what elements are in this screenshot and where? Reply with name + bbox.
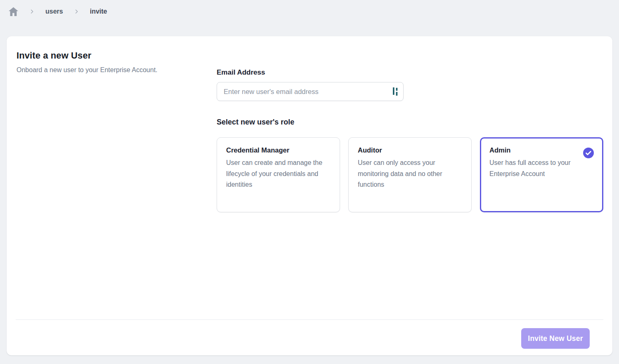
role-description: User can only access your monitoring dat… <box>358 157 462 190</box>
check-circle-icon <box>583 148 594 158</box>
invite-user-card: Invite a new User Onboard a new user to … <box>7 36 612 355</box>
breadcrumb-item-users[interactable]: users <box>45 8 63 15</box>
app-root: users invite Invite a new User Onboard a… <box>0 0 619 364</box>
role-option-admin[interactable]: Admin User has full access to your Enter… <box>480 137 603 212</box>
card-content: Invite a new User Onboard a new user to … <box>7 36 612 319</box>
card-footer: Invite New User <box>16 319 603 355</box>
role-name: Admin <box>489 146 594 154</box>
role-description: User has full access to your Enterprise … <box>489 157 594 179</box>
chevron-right-icon <box>29 9 35 14</box>
invite-new-user-button[interactable]: Invite New User <box>521 328 590 349</box>
page-subtitle: Onboard a new user to your Enterprise Ac… <box>17 66 217 74</box>
email-label: Email Address <box>217 68 603 77</box>
page-title: Invite a new User <box>17 50 217 61</box>
role-option-auditor[interactable]: Auditor User can only access your monito… <box>348 137 472 212</box>
role-description: User can create and manage the lifecycle… <box>226 157 331 190</box>
email-field[interactable] <box>217 82 404 101</box>
form-column: Email Address Select new user's role <box>217 50 603 319</box>
email-field-wrapper <box>217 82 404 101</box>
role-option-credential-manager[interactable]: Credential Manager User can create and m… <box>217 137 340 212</box>
home-icon[interactable] <box>8 7 19 16</box>
intro-column: Invite a new User Onboard a new user to … <box>17 50 217 319</box>
chevron-right-icon <box>74 9 79 14</box>
breadcrumb-item-invite[interactable]: invite <box>90 8 107 15</box>
role-name: Auditor <box>358 146 462 154</box>
role-options: Credential Manager User can create and m… <box>217 137 603 212</box>
extension-bars-icon[interactable] <box>392 87 399 96</box>
breadcrumb: users invite <box>0 0 619 23</box>
role-name: Credential Manager <box>226 146 331 154</box>
role-section-label: Select new user's role <box>217 118 603 127</box>
